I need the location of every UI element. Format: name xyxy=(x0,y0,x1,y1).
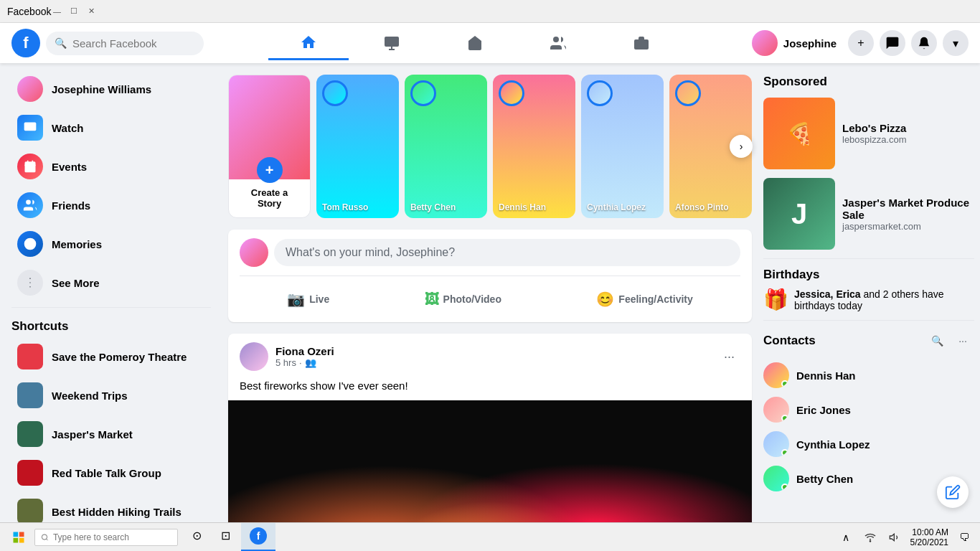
nav-right: Josephine + ▾ xyxy=(746,27,969,59)
sidebar-item-watch[interactable]: Watch xyxy=(6,109,217,146)
svg-point-14 xyxy=(29,282,31,283)
new-message-button[interactable] xyxy=(937,476,969,508)
story-card-cynthia[interactable]: Cynthia Lopez xyxy=(581,75,664,218)
contact-item-dennis[interactable]: Dennis Han xyxy=(763,358,974,392)
composer-avatar xyxy=(240,238,268,267)
sidebar-item-friends[interactable]: Friends xyxy=(6,187,217,224)
sidebar-item-weekend-trips[interactable]: Weekend Trips xyxy=(6,377,217,414)
post-author-name[interactable]: Fiona Ozeri xyxy=(275,345,334,357)
contacts-search-button[interactable]: 🔍 xyxy=(925,329,948,352)
post-options-button[interactable]: ··· xyxy=(718,347,740,367)
composer-feeling-label: Feeling/Activity xyxy=(618,293,692,305)
shortcuts-section-title: Shortcuts xyxy=(0,314,222,336)
search-input[interactable] xyxy=(72,37,195,50)
sidebar-item-memories[interactable]: Memories xyxy=(6,225,217,263)
titlebar-controls: — ☐ ✕ xyxy=(51,6,97,17)
composer-live-button[interactable]: 📷 Live xyxy=(275,285,341,314)
taskbar-up-icon[interactable]: ∧ xyxy=(836,527,856,547)
messenger-button[interactable] xyxy=(880,30,905,56)
story-avatar-afonso xyxy=(675,80,701,106)
menu-button[interactable]: ▾ xyxy=(943,30,969,56)
contact-name-dennis: Dennis Han xyxy=(796,369,856,382)
ad-image-jaspers: J xyxy=(763,178,835,250)
taskbar-clock[interactable]: 10:00 AM 5/20/2021 xyxy=(910,527,948,547)
svg-rect-4 xyxy=(634,39,649,50)
sidebar-item-jaspers-market[interactable]: Jasper's Market xyxy=(6,415,217,453)
sidebar-item-events[interactable]: Events xyxy=(6,148,217,185)
nav-home-button[interactable] xyxy=(268,26,349,60)
birthday-icon: 🎁 xyxy=(763,288,788,311)
ad-item-jaspers[interactable]: J Jasper's Market Produce Sale jaspersma… xyxy=(763,178,974,250)
story-avatar-betty xyxy=(410,80,436,106)
sidebar-item-friends-label: Friends xyxy=(52,199,90,212)
memories-icon xyxy=(17,231,43,257)
sidebar-user-name: Josephine Williams xyxy=(52,83,151,95)
story-card-betty[interactable]: Betty Chen xyxy=(405,75,487,218)
search-bar[interactable]: 🔍 xyxy=(46,32,204,55)
close-button[interactable]: ✕ xyxy=(85,6,97,17)
taskbar-right: ∧ 10:00 AM 5/20/2021 🗨 xyxy=(836,527,974,547)
contacts-section: Contacts 🔍 ··· Dennis Han Eric Jones xyxy=(763,329,974,496)
stories-next-button[interactable]: › xyxy=(730,135,753,158)
sidebar-item-save-pomeroy[interactable]: Save the Pomeroy Theatre xyxy=(6,338,217,375)
composer-input[interactable]: What's on your mind, Josephine? xyxy=(274,239,740,266)
taskbar-date: 5/20/2021 xyxy=(910,537,948,547)
post-image xyxy=(228,400,752,522)
titlebar-title: Facebook xyxy=(7,6,51,17)
contact-item-eric[interactable]: Eric Jones xyxy=(763,392,974,427)
sidebar-item-user[interactable]: Josephine Williams xyxy=(6,70,217,108)
composer-feeling-button[interactable]: 😊 Feeling/Activity xyxy=(585,285,704,314)
nav-groups-button[interactable] xyxy=(518,26,598,60)
taskbar-task-view[interactable]: ⊡ xyxy=(212,523,238,549)
taskbar-time: 10:00 AM xyxy=(910,527,948,537)
sidebar-item-watch-label: Watch xyxy=(52,122,83,134)
taskbar-search-icon[interactable]: ⊙ xyxy=(184,523,209,549)
post-author-avatar xyxy=(240,342,268,371)
sidebar-item-hiking-label: Best Hidden Hiking Trails xyxy=(52,506,182,518)
taskbar-facebook-app[interactable]: f xyxy=(241,523,275,552)
sidebar-item-hiking[interactable]: Best Hidden Hiking Trails xyxy=(6,493,217,522)
contact-avatar-dennis xyxy=(763,362,789,388)
post-composer: What's on your mind, Josephine? 📷 Live 🖼… xyxy=(228,230,752,322)
contact-avatar-cynthia xyxy=(763,431,789,457)
taskbar-volume-icon[interactable] xyxy=(885,527,905,547)
user-profile-button[interactable]: Josephine xyxy=(746,27,842,59)
watch-icon xyxy=(17,115,43,141)
contact-online-cynthia xyxy=(781,449,788,456)
center-feed: + Create aStory Tom Russo Betty Chen xyxy=(222,63,758,522)
composer-photo-button[interactable]: 🖼 Photo/Video xyxy=(413,285,513,314)
notifications-button[interactable] xyxy=(911,30,937,56)
sidebar-item-see-more[interactable]: See More xyxy=(6,264,217,301)
post-time: 5 hrs xyxy=(275,357,296,368)
svg-rect-17 xyxy=(19,532,24,537)
add-button[interactable]: + xyxy=(848,30,874,56)
taskbar-notifications-icon[interactable]: 🗨 xyxy=(954,527,974,547)
ad-info-lebos: Lebo's Pizza lebospizza.com xyxy=(842,98,907,169)
svg-point-22 xyxy=(870,540,870,541)
search-icon: 🔍 xyxy=(55,37,67,49)
taskbar-search-bar[interactable] xyxy=(34,529,178,546)
maximize-button[interactable]: ☐ xyxy=(68,6,80,17)
story-label-afonso: Afonso Pinto xyxy=(675,202,729,212)
live-icon: 📷 xyxy=(287,291,305,308)
sidebar-item-red-table[interactable]: Red Table Talk Group xyxy=(6,454,217,491)
ad-item-lebos[interactable]: 🍕 Lebo's Pizza lebospizza.com xyxy=(763,98,974,169)
create-story-card[interactable]: + Create aStory xyxy=(228,75,311,218)
nav-marketplace-button[interactable] xyxy=(435,26,515,60)
story-card-tom[interactable]: Tom Russo xyxy=(316,75,399,218)
nav-watch-button[interactable] xyxy=(352,26,432,60)
taskbar-fb-icon: f xyxy=(250,527,267,545)
taskbar-search-input[interactable] xyxy=(53,532,171,542)
facebook-logo[interactable]: f xyxy=(11,29,40,57)
contact-item-cynthia[interactable]: Cynthia Lopez xyxy=(763,427,974,461)
contacts-more-button[interactable]: ··· xyxy=(951,329,974,352)
nav-gaming-button[interactable] xyxy=(601,26,682,60)
post-author-info: Fiona Ozeri 5 hrs · 👥 xyxy=(275,345,334,368)
story-card-dennis[interactable]: Dennis Han xyxy=(493,75,575,218)
story-label-cynthia: Cynthia Lopez xyxy=(587,202,646,212)
minimize-button[interactable]: — xyxy=(51,6,62,17)
birthday-text: Jessica, Erica and 2 others have birthda… xyxy=(794,288,974,311)
contact-avatar-betty xyxy=(763,466,789,491)
taskbar-wifi-icon[interactable] xyxy=(860,527,880,547)
start-button[interactable] xyxy=(6,524,32,550)
